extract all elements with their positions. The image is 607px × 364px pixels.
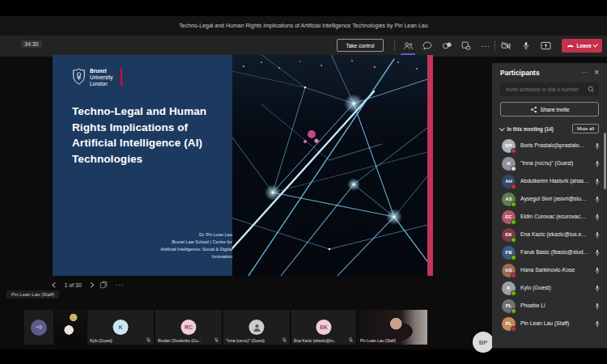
toolbar-divider — [394, 40, 395, 51]
mic-status-icon[interactable] — [594, 142, 601, 150]
avatar: RC — [181, 320, 197, 335]
presence-badge — [511, 148, 516, 154]
presence-badge — [511, 184, 516, 189]
avatar: FB — [502, 246, 516, 260]
tile-name: Ruslan Chudenko (Gu... — [158, 338, 202, 343]
avatar: И — [502, 157, 516, 171]
participant-name: Abdulkerim Hasturk (ahasturk... — [520, 178, 589, 184]
mic-status-icon[interactable] — [594, 303, 601, 310]
meeting-toolbar: 34:30 Take control ··· — [0, 36, 607, 57]
mic-status-icon[interactable] — [594, 320, 601, 328]
participant-row[interactable]: И "Inna (гость)" (Guest) — [492, 154, 607, 172]
toolbar-divider — [495, 40, 495, 51]
participant-row[interactable]: AH Abdulkerim Hasturk (ahasturk... — [492, 172, 607, 190]
presenter-video-tile[interactable]: Pin Lean Lau (Staff) — [358, 310, 427, 345]
reactions-icon[interactable] — [439, 39, 455, 53]
participant-name: Aysegul Sivri (asivri@studenti... — [520, 196, 589, 202]
in-this-meeting-section[interactable]: In this meeting (14) — [500, 126, 572, 132]
meeting-timer: 34:30 — [21, 40, 42, 48]
slide-title: Techno-Legal and Human Rights Implicatio… — [72, 104, 230, 167]
participant-row[interactable]: AS Aysegul Sivri (asivri@studenti... — [492, 190, 607, 208]
network-lights-photo — [232, 55, 427, 276]
tile-name: Kylo (Guest) — [90, 338, 112, 343]
presence-badge — [511, 273, 516, 278]
popout-icon[interactable] — [100, 281, 108, 289]
shared-slide: Brunel University London Techno-Legal an… — [53, 55, 433, 276]
panel-close-icon[interactable]: × — [594, 69, 599, 77]
avatar: BP — [502, 139, 516, 153]
tile-name: "Inna (гость)" (Guest) — [226, 338, 265, 343]
presence-badge — [511, 166, 516, 171]
participant-row[interactable]: PL Phoebe Li — [492, 297, 607, 315]
window-title: Techno-Legal and Human Rights Implicatio… — [0, 16, 607, 36]
mic-status-icon[interactable] — [594, 196, 601, 203]
take-control-button[interactable]: Take control — [337, 39, 384, 52]
leave-chevron-icon[interactable] — [593, 42, 598, 47]
mic-muted-icon — [146, 337, 151, 343]
participant-row[interactable]: K Kylo (Guest) — [492, 279, 607, 297]
tile-name: Pin Lean Lau (Staff) — [360, 338, 396, 343]
mute-all-button[interactable]: Mute all — [572, 124, 599, 133]
mic-status-icon[interactable] — [594, 267, 601, 274]
mic-muted-icon — [214, 337, 219, 343]
panel-more-icon[interactable]: ··· — [581, 70, 588, 76]
participant-tile[interactable]: "Inna (гость)" (Guest) — [223, 310, 290, 345]
slide-more-icon[interactable]: ··· — [115, 281, 124, 289]
participant-row[interactable]: EK Ena Kazic (ekazic@ius.edu.ba) — [492, 226, 607, 243]
previous-slide-icon[interactable] — [53, 282, 57, 287]
page-indicator: 1 of 30 — [65, 282, 82, 288]
next-slide-icon[interactable] — [88, 282, 93, 287]
logo-red-bar — [121, 68, 122, 86]
logo-line-2: University — [90, 74, 113, 81]
share-icon — [530, 106, 537, 113]
mic-icon[interactable] — [518, 39, 534, 53]
mic-status-icon[interactable] — [594, 214, 601, 221]
video-filmstrip: +9 K Kylo (Guest) RC Ruslan Chudenko (Gu… — [24, 310, 427, 345]
participant-row[interactable]: HS Hana Sarkinovic-Kose — [492, 261, 607, 279]
participant-row[interactable]: FB Faruk Basic (fbasic@student.i... — [492, 243, 607, 261]
avatar: K — [113, 320, 129, 335]
participant-tile[interactable]: RC Ruslan Chudenko (Gu... — [155, 310, 222, 345]
mic-status-icon[interactable] — [594, 231, 601, 239]
mic-status-icon[interactable] — [594, 249, 601, 256]
mic-status-icon[interactable] — [594, 285, 601, 292]
share-screen-icon[interactable] — [537, 39, 554, 53]
camera-off-icon[interactable] — [498, 39, 514, 53]
chat-icon[interactable] — [419, 39, 435, 53]
participant-row[interactable]: BP Boris Prastalo(bprastalo@ius... — [492, 137, 607, 154]
presence-badge — [511, 237, 516, 243]
more-icon[interactable]: ··· — [478, 39, 494, 53]
mic-muted-icon — [282, 337, 287, 343]
side-avatar-bp[interactable]: BP — [473, 332, 494, 353]
participant-tile[interactable]: EK Ena Kazic (ekazic@iu... — [291, 310, 356, 345]
participant-row[interactable]: PL Pin Lean Lau (Staff) — [492, 315, 607, 332]
hangup-phone-icon — [567, 43, 575, 49]
avatar: PL — [502, 317, 516, 331]
overflow-tile[interactable]: +9 — [24, 310, 53, 345]
invite-search-input[interactable] — [504, 86, 584, 93]
mic-status-icon[interactable] — [594, 178, 601, 185]
slide-accent-stripe — [427, 55, 433, 276]
avatar: EK — [316, 320, 332, 335]
participants-icon[interactable] — [400, 39, 416, 53]
logo-line-3: London — [90, 81, 113, 87]
chevron-down-icon — [499, 125, 504, 130]
presenter-label: Pin Lean Lau (Staff) — [6, 290, 59, 298]
share-invite-button[interactable]: Share invite — [500, 102, 599, 116]
leave-button[interactable]: Leave — [562, 39, 602, 53]
brunel-logo: Brunel University London — [72, 68, 122, 87]
participant-name: "Inna (гость)" (Guest) — [520, 160, 589, 167]
mic-status-icon[interactable] — [594, 160, 601, 167]
participant-row[interactable]: EC Eldin Curovac (ecurovac@stu... — [492, 208, 607, 226]
participant-name: Pin Lean Lau (Staff) — [520, 320, 589, 327]
logo-line-1: Brunel — [90, 68, 113, 74]
participant-name: Faruk Basic (fbasic@student.i... — [520, 249, 589, 256]
presence-badge — [511, 290, 516, 296]
video-thumbnail-tile[interactable] — [55, 310, 86, 345]
breakout-rooms-icon[interactable] — [458, 39, 474, 53]
participant-tile[interactable]: K Kylo (Guest) — [87, 310, 154, 345]
meeting-window: Techno-Legal and Human Rights Implicatio… — [0, 16, 607, 349]
slide-navigation: 1 of 30 ··· — [53, 279, 124, 290]
panel-scrollbar[interactable] — [604, 133, 606, 189]
share-invite-label: Share invite — [541, 107, 570, 112]
